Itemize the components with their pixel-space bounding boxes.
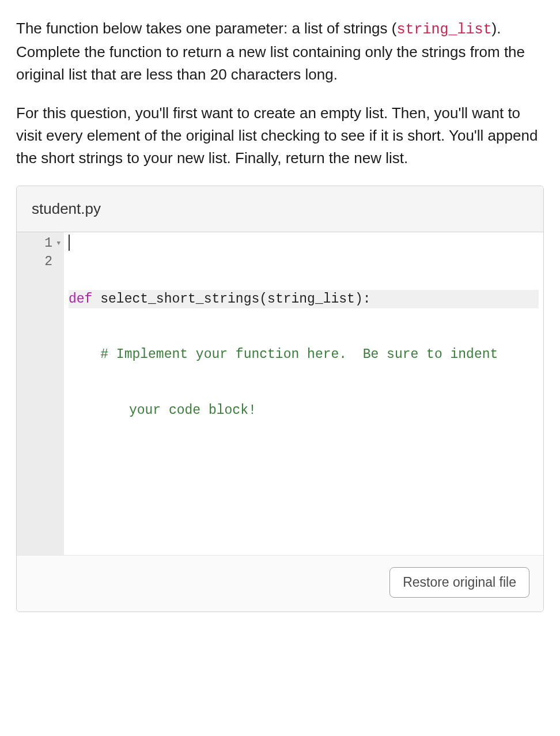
code-editor-panel: student.py 1 ▼ 2 def select_short_string… <box>16 186 544 612</box>
description-paragraph-1: The function below takes one parameter: … <box>16 17 544 86</box>
code-line-2[interactable]: # Implement your function here. Be sure … <box>69 345 539 364</box>
line-number-gutter: 1 ▼ 2 <box>17 232 64 555</box>
code-line-2-wrap[interactable]: your code block! <box>69 401 539 420</box>
comment-text-b: your code block! <box>129 401 256 420</box>
code-line-1[interactable]: def select_short_strings(string_list): <box>69 290 539 308</box>
problem-description: The function below takes one parameter: … <box>16 17 544 169</box>
para1-text-prefix: The function below takes one parameter: … <box>16 20 396 37</box>
line-number-2: 2 <box>44 252 52 271</box>
restore-original-file-button[interactable]: Restore original file <box>389 567 529 598</box>
gutter-line-2: 2 <box>25 253 60 271</box>
code-editor[interactable]: 1 ▼ 2 def select_short_strings(string_li… <box>17 232 543 555</box>
code-content[interactable]: def select_short_strings(string_list): #… <box>64 232 543 555</box>
keyword-def: def <box>69 290 92 308</box>
editor-footer: Restore original file <box>17 555 543 612</box>
parameter-name: string_list <box>267 290 355 308</box>
editor-filename: student.py <box>17 186 543 232</box>
fold-spacer <box>55 258 60 266</box>
text-cursor <box>69 235 70 251</box>
description-paragraph-2: For this question, you'll first want to … <box>16 102 544 169</box>
fold-icon[interactable]: ▼ <box>55 239 60 248</box>
function-name: select_short_strings <box>100 290 259 308</box>
gutter-line-1: 1 ▼ <box>25 235 60 253</box>
comment-text-a: # Implement your function here. Be sure … <box>100 345 498 364</box>
inline-code-string-list: string_list <box>396 21 491 38</box>
line-number-1: 1 <box>44 234 52 252</box>
